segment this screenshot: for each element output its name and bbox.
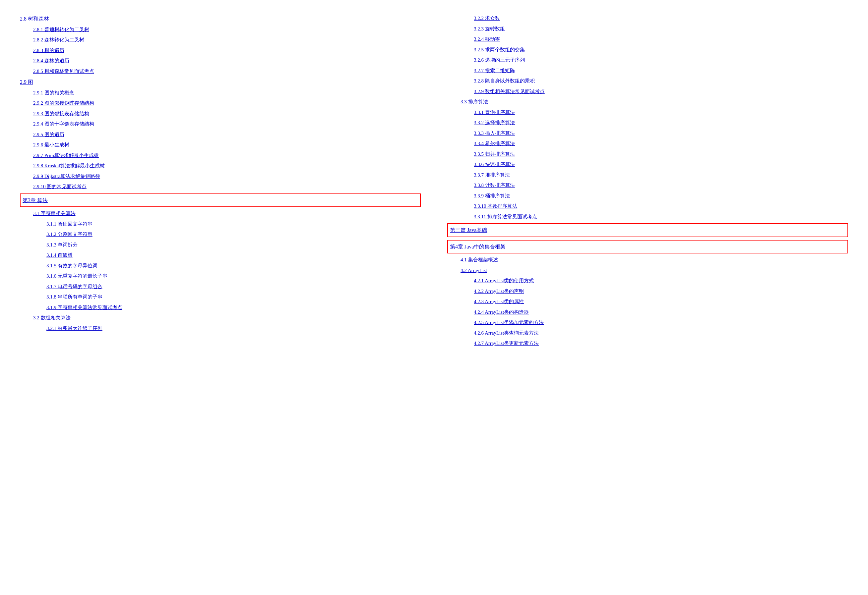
toc-link-3.2.8[interactable]: 3.2.8 除自身以外数组的乘积 <box>474 76 535 87</box>
toc-item: 2.9.9 Dijkstra算法求解最短路径 <box>33 171 421 182</box>
toc-item: 3.3.5 归并排序算法 <box>474 149 848 160</box>
toc-link-ch4[interactable]: 第4章 Java中的集合框架 <box>450 241 506 252</box>
toc-link-4.2.5[interactable]: 4.2.5 ArrayList类添加元素的方法 <box>474 317 544 328</box>
toc-item: 2.9.1 图的相关概念 <box>33 88 421 99</box>
toc-link-3.1[interactable]: 3.1 字符串相关算法 <box>33 208 75 219</box>
toc-item: 3.1.7 电话号码的字母组合 <box>46 281 421 292</box>
toc-link-part3[interactable]: 第三篇 Java基础 <box>450 225 487 236</box>
toc-item: 2.9.6 最小生成树 <box>33 140 421 150</box>
toc-link-3.1.1[interactable]: 3.1.1 验证回文字符串 <box>46 219 93 230</box>
toc-item: 3.2 数组相关算法 <box>33 313 421 323</box>
toc-link-2.8[interactable]: 2.8 树和森林 <box>20 13 49 25</box>
toc-link-3.1.8[interactable]: 3.1.8 串联所有单词的子串 <box>46 292 102 302</box>
toc-item: 4.2.7 ArrayList类更新元素方法 <box>474 338 848 349</box>
toc-item: 2.8.1 普通树转化为二叉树 <box>33 25 421 35</box>
toc-item: 3.1.8 串联所有单词的子串 <box>46 292 421 302</box>
toc-link-2.9[interactable]: 2.9 图 <box>20 77 33 88</box>
toc-item: 2.9.10 图的常见面试考点 <box>33 181 421 192</box>
toc-item: 3.3.7 堆排序算法 <box>474 170 848 181</box>
toc-link-3.1.6[interactable]: 3.1.6 无重复字符的最长子串 <box>46 271 108 281</box>
toc-item: 3.3.6 快速排序算法 <box>474 159 848 170</box>
toc-item: 2.8.4 森林的遍历 <box>33 56 421 66</box>
toc-link-3.3.11[interactable]: 3.3.11 排序算法常见面试考点 <box>474 212 537 222</box>
toc-link-3.3[interactable]: 3.3 排序算法 <box>461 97 488 108</box>
toc-link-2.9.4[interactable]: 2.9.4 图的十字链表存储结构 <box>33 119 94 130</box>
toc-item: 2.9.5 图的遍历 <box>33 130 421 140</box>
toc-link-4.2.2[interactable]: 4.2.2 ArrayList类的声明 <box>474 286 524 297</box>
toc-link-2.9.5[interactable]: 2.9.5 图的遍历 <box>33 130 64 140</box>
toc-item: 2.9.4 图的十字链表存储结构 <box>33 119 421 130</box>
toc-link-3.3.4[interactable]: 3.3.4 希尔排序算法 <box>474 138 515 149</box>
toc-link-3.3.10[interactable]: 3.3.10 基数排序算法 <box>474 201 517 212</box>
toc-item: 3.2.3 旋转数组 <box>474 24 848 34</box>
toc-link-3.3.9[interactable]: 3.3.9 桶排序算法 <box>474 191 510 202</box>
toc-link-2.9.8[interactable]: 2.9.8 Kruskal算法求解最小生成树 <box>33 161 105 171</box>
toc-link-ch3[interactable]: 第3章 算法 <box>22 195 48 206</box>
toc-link-3.2.5[interactable]: 3.2.5 求两个数组的交集 <box>474 45 525 55</box>
toc-link-2.8.3[interactable]: 2.8.3 树的遍历 <box>33 46 64 56</box>
toc-item: 3.1.5 有效的字母异位词 <box>46 261 421 271</box>
toc-item: 2.9.8 Kruskal算法求解最小生成树 <box>33 161 421 171</box>
toc-link-3.3.5[interactable]: 3.3.5 归并排序算法 <box>474 149 515 160</box>
toc-link-2.9.1[interactable]: 2.9.1 图的相关概念 <box>33 88 74 99</box>
toc-link-3.2.6[interactable]: 3.2.6 递增的三元子序列 <box>474 55 525 66</box>
toc-link-3.2.9[interactable]: 3.2.9 数组相关算法常见面试考点 <box>474 87 545 97</box>
toc-link-3.2.4[interactable]: 3.2.4 移动零 <box>474 34 500 45</box>
toc-link-3.3.7[interactable]: 3.3.7 堆排序算法 <box>474 170 510 181</box>
toc-item: 3.3.11 排序算法常见面试考点 <box>474 212 848 222</box>
toc-item: 3.2.9 数组相关算法常见面试考点 <box>474 87 848 97</box>
toc-item: 4.2.3 ArrayList类的属性 <box>474 296 848 307</box>
toc-link-2.9.7[interactable]: 2.9.7 Prim算法求解最小生成树 <box>33 150 99 161</box>
toc-link-3.3.8[interactable]: 3.3.8 计数排序算法 <box>474 180 515 191</box>
toc-link-3.2.7[interactable]: 3.2.7 搜索二维矩阵 <box>474 66 515 76</box>
toc-link-3.1.5[interactable]: 3.1.5 有效的字母异位词 <box>46 261 97 271</box>
toc-link-3.1.9[interactable]: 3.1.9 字符串相关算法常见面试考点 <box>46 302 123 313</box>
toc-link-2.8.5[interactable]: 2.8.5 树和森林常见面试考点 <box>33 66 94 77</box>
toc-link-3.3.1[interactable]: 3.3.1 冒泡排序算法 <box>474 108 515 118</box>
toc-link-2.9.6[interactable]: 2.9.6 最小生成树 <box>33 140 69 150</box>
toc-link-3.3.2[interactable]: 3.3.2 选择排序算法 <box>474 118 515 128</box>
toc-item: 3.3.2 选择排序算法 <box>474 118 848 128</box>
toc-item: 3.2.6 递增的三元子序列 <box>474 55 848 66</box>
toc-item: 3.2.7 搜索二维矩阵 <box>474 66 848 76</box>
toc-link-2.9.10[interactable]: 2.9.10 图的常见面试考点 <box>33 181 87 192</box>
page-container: 2.8 树和森林2.8.1 普通树转化为二叉树2.8.2 森林转化为二叉树2.8… <box>0 0 868 595</box>
toc-link-3.2.1[interactable]: 3.2.1 乘积最大连续子序列 <box>46 323 102 334</box>
toc-item: 4.1 集合框架概述 <box>461 255 848 265</box>
toc-link-2.9.9[interactable]: 2.9.9 Dijkstra算法求解最短路径 <box>33 171 100 182</box>
toc-item: 4.2.4 ArrayList类的构造器 <box>474 307 848 318</box>
toc-link-2.8.2[interactable]: 2.8.2 森林转化为二叉树 <box>33 35 84 46</box>
toc-link-2.8.4[interactable]: 2.8.4 森林的遍历 <box>33 56 69 66</box>
toc-link-4.1[interactable]: 4.1 集合框架概述 <box>461 255 498 265</box>
toc-link-3.2.2[interactable]: 3.2.2 求众数 <box>474 13 500 24</box>
toc-item: 第三篇 Java基础 <box>447 223 848 237</box>
toc-item: 4.2.2 ArrayList类的声明 <box>474 286 848 297</box>
toc-item: 3.2.4 移动零 <box>474 34 848 45</box>
toc-item: 3.3.1 冒泡排序算法 <box>474 108 848 118</box>
toc-link-4.2[interactable]: 4.2 ArrayList <box>461 265 487 276</box>
toc-link-4.2.4[interactable]: 4.2.4 ArrayList类的构造器 <box>474 307 529 318</box>
toc-link-3.3.3[interactable]: 3.3.3 插入排序算法 <box>474 128 515 139</box>
toc-link-3.2[interactable]: 3.2 数组相关算法 <box>33 313 71 323</box>
toc-link-2.9.3[interactable]: 2.9.3 图的邻接表存储结构 <box>33 109 89 119</box>
toc-item: 3.1.4 前缀树 <box>46 250 421 261</box>
toc-link-4.2.7[interactable]: 4.2.7 ArrayList类更新元素方法 <box>474 338 539 349</box>
toc-link-3.3.6[interactable]: 3.3.6 快速排序算法 <box>474 159 515 170</box>
toc-link-4.2.1[interactable]: 4.2.1 ArrayList类的使用方式 <box>474 275 534 286</box>
toc-item: 2.8.5 树和森林常见面试考点 <box>33 66 421 77</box>
toc-link-3.1.7[interactable]: 3.1.7 电话号码的字母组合 <box>46 281 102 292</box>
toc-link-3.1.2[interactable]: 3.1.2 分割回文字符串 <box>46 229 93 240</box>
toc-link-2.8.1[interactable]: 2.8.1 普通树转化为二叉树 <box>33 25 89 35</box>
toc-link-4.2.6[interactable]: 4.2.6 ArrayList类查询元素方法 <box>474 328 539 339</box>
toc-item: 3.3.10 基数排序算法 <box>474 201 848 212</box>
toc-link-2.9.2[interactable]: 2.9.2 图的邻接矩阵存储结构 <box>33 98 94 109</box>
toc-link-3.1.3[interactable]: 3.1.3 单词拆分 <box>46 240 78 250</box>
toc-item: 第4章 Java中的集合框架 <box>447 240 848 254</box>
toc-item: 3.3.8 计数排序算法 <box>474 180 848 191</box>
toc-item: 2.9.7 Prim算法求解最小生成树 <box>33 150 421 161</box>
toc-item: 3.2.2 求众数 <box>474 13 848 24</box>
toc-link-3.2.3[interactable]: 3.2.3 旋转数组 <box>474 24 505 34</box>
toc-link-3.1.4[interactable]: 3.1.4 前缀树 <box>46 250 72 261</box>
toc-item: 3.2.1 乘积最大连续子序列 <box>46 323 421 334</box>
toc-link-4.2.3[interactable]: 4.2.3 ArrayList类的属性 <box>474 296 524 307</box>
